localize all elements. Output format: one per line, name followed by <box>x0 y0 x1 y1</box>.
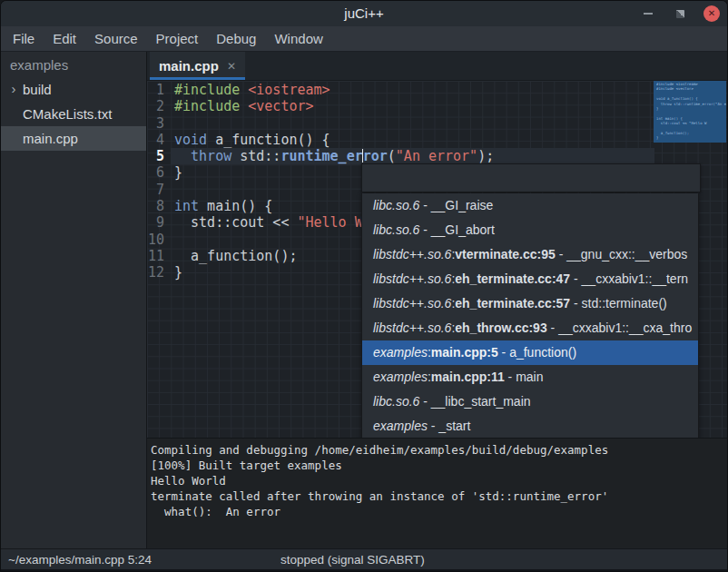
line-number: 7 <box>147 182 171 198</box>
line-number: 10 <box>147 232 171 248</box>
restore-icon <box>676 10 684 18</box>
window-controls: ✕ <box>640 1 720 26</box>
backtrace-frame[interactable]: libstdc++.so.6:eh_throw.cc:93 - __cxxabi… <box>362 316 698 340</box>
menubar: FileEditSourceProjectDebugWindow <box>1 26 727 52</box>
backtrace-frame[interactable]: libstdc++.so.6:eh_terminate.cc:57 - std:… <box>362 291 698 316</box>
code-line-4: 4void a_function() { <box>147 132 727 148</box>
tab-label: main.cpp <box>159 58 227 74</box>
content-area: examples ›buildCMakeLists.txtmain.cpp ma… <box>1 52 727 548</box>
status-file-position: ~/examples/main.cpp 5:24 <box>1 553 152 567</box>
status-debug-state: stopped (signal SIGABRT) <box>280 553 425 567</box>
terminal-line: Compiling and debugging /home/eidheim/ex… <box>151 442 727 458</box>
terminal-line: terminate called after throwing an insta… <box>151 488 727 504</box>
menu-item-project[interactable]: Project <box>147 26 208 52</box>
line-number: 3 <box>147 115 171 132</box>
close-icon: ✕ <box>708 9 715 18</box>
line-number: 1 <box>147 82 171 98</box>
code-text: throw std::runtime_error("An error"); <box>171 148 494 164</box>
file-tree: ›buildCMakeLists.txtmain.cpp <box>1 77 146 151</box>
close-button[interactable]: ✕ <box>703 5 720 22</box>
terminal-line: [100%] Built target examples <box>151 458 727 473</box>
terminal-output[interactable]: Compiling and debugging /home/eidheim/ex… <box>147 438 727 548</box>
line-number: 12 <box>147 264 171 281</box>
code-text: } <box>171 164 182 181</box>
tab-close-icon[interactable]: ✕ <box>227 60 236 73</box>
backtrace-frame[interactable]: examples - _start <box>362 414 698 438</box>
code-line-1: 1#include <iostream> <box>147 82 727 98</box>
backtrace-frame-selected[interactable]: examples:main.cpp:5 - a_function() <box>362 340 698 365</box>
code-text: std::cout << "Hello W <box>171 214 363 231</box>
line-number: 5 <box>147 148 171 164</box>
chevron-right-icon[interactable]: › <box>7 81 20 96</box>
statusbar: ~/examples/main.cpp 5:24 stopped (signal… <box>1 548 727 571</box>
restore-button[interactable] <box>672 5 688 22</box>
code-line-5: 5 throw std::runtime_error("An error"); <box>147 148 727 164</box>
backtrace-frame[interactable]: libc.so.6 - __GI_raise <box>362 193 698 218</box>
backtrace-frame[interactable]: libstdc++.so.6:eh_terminate.cc:47 - __cx… <box>362 267 698 291</box>
editor-column: main.cpp ✕ 1#include <iostream>2#include… <box>146 52 727 548</box>
minimap: #include <iostream>#include <vector> voi… <box>654 81 726 143</box>
code-line-3: 3 <box>147 115 727 132</box>
menu-item-window[interactable]: Window <box>265 26 331 52</box>
project-name: examples <box>1 52 146 77</box>
menu-item-source[interactable]: Source <box>85 26 147 52</box>
code-text: int main() { <box>171 198 272 214</box>
backtrace-popup: libc.so.6 - __GI_raiselibc.so.6 - __GI_a… <box>361 193 699 438</box>
menu-item-file[interactable]: File <box>4 26 44 52</box>
code-text <box>171 182 174 198</box>
code-editor[interactable]: 1#include <iostream>2#include <vector>34… <box>147 81 727 438</box>
line-number: 9 <box>147 214 171 231</box>
file-tree-panel: examples ›buildCMakeLists.txtmain.cpp <box>1 52 146 548</box>
line-number: 6 <box>147 164 171 181</box>
menu-item-debug[interactable]: Debug <box>207 26 265 52</box>
minimize-icon <box>644 13 653 15</box>
backtrace-frame[interactable]: libc.so.6 - __GI_abort <box>362 218 698 242</box>
code-text <box>171 232 174 248</box>
sidebar-item-cmakelists-txt[interactable]: CMakeLists.txt <box>1 102 146 126</box>
line-number: 8 <box>147 198 171 214</box>
code-text: #include <vector> <box>171 98 314 114</box>
titlebar[interactable]: juCi++ ✕ <box>1 1 727 26</box>
minimize-button[interactable] <box>640 5 656 22</box>
code-text: a_function(); <box>171 248 297 264</box>
line-number: 11 <box>147 248 171 264</box>
backtrace-frame[interactable]: libstdc++.so.6:vterminate.cc:95 - __gnu_… <box>362 242 698 267</box>
app-window: juCi++ ✕ FileEditSourceProjectDebugWindo… <box>0 0 728 572</box>
code-text: void a_function() { <box>171 132 330 148</box>
sidebar-item-main-cpp[interactable]: main.cpp <box>1 126 146 151</box>
code-text: #include <iostream> <box>171 82 330 98</box>
code-line-2: 2#include <vector> <box>147 98 727 114</box>
backtrace-frame[interactable]: libc.so.6 - __libc_start_main <box>362 390 698 414</box>
terminal-line: Hello World <box>151 473 727 488</box>
line-number: 2 <box>147 98 171 114</box>
window-title: juCi++ <box>1 1 727 26</box>
sidebar-item-build[interactable]: ›build <box>1 77 146 102</box>
code-text: } <box>171 264 182 281</box>
line-number: 4 <box>147 132 171 148</box>
backtrace-frame[interactable]: examples:main.cpp:11 - main <box>362 365 698 390</box>
debug-tooltip <box>361 163 701 192</box>
terminal-line: what(): An error <box>151 504 727 519</box>
menu-item-edit[interactable]: Edit <box>44 26 85 52</box>
file-label: main.cpp <box>1 131 78 146</box>
code-text <box>171 115 174 132</box>
tab-main-cpp[interactable]: main.cpp ✕ <box>150 52 245 80</box>
tabbar: main.cpp ✕ <box>147 52 727 81</box>
file-label: CMakeLists.txt <box>1 106 112 122</box>
